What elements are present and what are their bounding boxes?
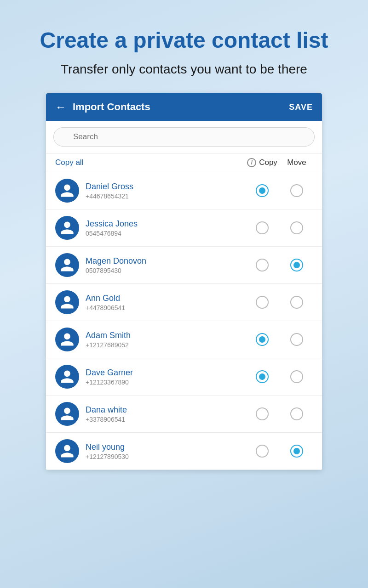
move-radio-button[interactable] (290, 296, 303, 309)
page-subtitle: Transfer only contacts you want to be th… (61, 62, 307, 77)
contact-info: Dave Garner +12123367890 (86, 368, 244, 386)
column-header-row: Copy all i Copy Move (46, 153, 322, 172)
copy-radio-wrap (244, 407, 281, 420)
contact-name: Daniel Gross (86, 182, 244, 192)
contact-info: Ann Gold +4478906541 (86, 294, 244, 311)
contact-name: Jessica Jones (86, 219, 244, 229)
search-bar: 🔍 (46, 121, 322, 153)
contact-name: Dana white (86, 405, 244, 415)
move-column-header: Move (281, 158, 313, 167)
contact-name: Adam Smith (86, 331, 244, 340)
move-radio-button[interactable] (290, 221, 303, 234)
contact-phone: +4478906541 (86, 304, 244, 311)
search-wrap: 🔍 (53, 127, 315, 147)
contact-row: Dana white +3378906541 (46, 396, 322, 433)
avatar (55, 439, 79, 463)
move-radio-wrap (281, 221, 313, 234)
contact-info: Daniel Gross +44678654321 (86, 182, 244, 200)
contact-info: Neil young +12127890530 (86, 442, 244, 460)
avatar (55, 253, 79, 277)
search-input[interactable] (53, 127, 315, 147)
import-contacts-card: ← Import Contacts SAVE 🔍 Copy all i Copy… (46, 93, 322, 470)
contact-name: Magen Donovon (86, 256, 244, 266)
copy-radio-wrap (244, 445, 281, 458)
move-radio-button[interactable] (290, 407, 303, 420)
contact-row: Daniel Gross +44678654321 (46, 172, 322, 209)
contact-info: Dana white +3378906541 (86, 405, 244, 423)
contact-row: Magen Donovon 0507895430 (46, 247, 322, 284)
contact-row: Neil young +12127890530 (46, 433, 322, 470)
move-radio-wrap (281, 259, 313, 271)
copy-radio-button[interactable] (256, 184, 269, 197)
contact-phone: +3378906541 (86, 416, 244, 423)
contact-info: Magen Donovon 0507895430 (86, 256, 244, 274)
copy-radio-button[interactable] (256, 259, 269, 271)
toolbar: ← Import Contacts SAVE (46, 93, 322, 121)
contact-phone: 0507895430 (86, 267, 244, 274)
move-radio-wrap (281, 370, 313, 383)
contact-info: Jessica Jones 0545476894 (86, 219, 244, 237)
copy-radio-wrap (244, 333, 281, 346)
contact-phone: +12123367890 (86, 379, 244, 386)
avatar (55, 328, 79, 351)
move-radio-button[interactable] (290, 333, 303, 346)
copy-radio-wrap (244, 296, 281, 309)
page-headline: Create a private contact list (40, 28, 328, 53)
move-radio-button[interactable] (290, 370, 303, 383)
contact-phone: +12127890530 (86, 453, 244, 460)
avatar (55, 290, 79, 314)
copy-column-header: i Copy (244, 158, 281, 167)
back-button[interactable]: ← (55, 102, 66, 113)
move-radio-wrap (281, 407, 313, 420)
contact-phone: +12127689052 (86, 341, 244, 349)
copy-radio-button[interactable] (256, 296, 269, 309)
save-button[interactable]: SAVE (289, 102, 313, 112)
contact-name: Dave Garner (86, 368, 244, 378)
copy-radio-button[interactable] (256, 445, 269, 458)
contact-phone: +44678654321 (86, 192, 244, 200)
copy-radio-wrap (244, 370, 281, 383)
move-label: Move (287, 158, 306, 167)
move-radio-wrap (281, 296, 313, 309)
contact-name: Ann Gold (86, 294, 244, 303)
copy-radio-button[interactable] (256, 333, 269, 346)
contact-row: Dave Garner +12123367890 (46, 358, 322, 396)
contact-row: Adam Smith +12127689052 (46, 321, 322, 358)
copy-radio-button[interactable] (256, 370, 269, 383)
contacts-list: Daniel Gross +44678654321 Jessica Jones … (46, 172, 322, 470)
move-radio-wrap (281, 445, 313, 458)
move-radio-button[interactable] (290, 259, 303, 271)
info-icon[interactable]: i (247, 158, 256, 167)
copy-label: Copy (259, 158, 277, 167)
contact-phone: 0545476894 (86, 230, 244, 237)
avatar (55, 216, 79, 240)
move-radio-wrap (281, 333, 313, 346)
move-radio-wrap (281, 184, 313, 197)
avatar (55, 179, 79, 203)
move-radio-button[interactable] (290, 184, 303, 197)
avatar (55, 402, 79, 426)
copy-radio-button[interactable] (256, 221, 269, 234)
copy-radio-wrap (244, 184, 281, 197)
copy-radio-wrap (244, 221, 281, 234)
contact-info: Adam Smith +12127689052 (86, 331, 244, 349)
contact-row: Jessica Jones 0545476894 (46, 209, 322, 247)
avatar (55, 365, 79, 389)
copy-radio-wrap (244, 259, 281, 271)
copy-all-button[interactable]: Copy all (55, 158, 244, 167)
contact-row: Ann Gold +4478906541 (46, 284, 322, 321)
toolbar-title: Import Contacts (73, 101, 289, 113)
move-radio-button[interactable] (290, 445, 303, 458)
copy-radio-button[interactable] (256, 407, 269, 420)
contact-name: Neil young (86, 442, 244, 452)
